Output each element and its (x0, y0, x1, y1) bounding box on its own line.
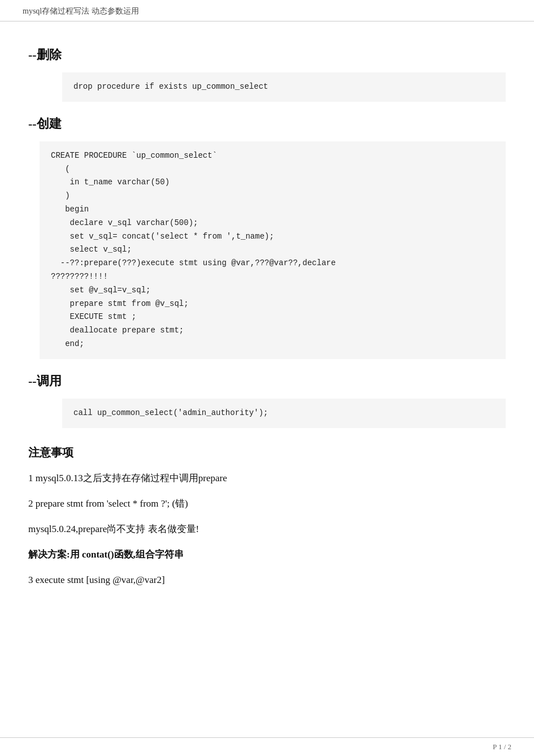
call-code: call up_common_select('admin_authority')… (62, 399, 506, 428)
delete-code: drop procedure if exists up_common_selec… (62, 72, 506, 102)
create-code: CREATE PROCEDURE `up_common_select` ( in… (40, 141, 506, 359)
note-item-3: mysql5.0.24,prepare尚不支持 表名做变量! (28, 521, 506, 537)
note-item-1: 1 mysql5.0.13之后支持在存储过程中调用prepare (28, 470, 506, 486)
header-bar: mysql存储过程写法 动态参数运用 (0, 0, 534, 21)
header-title: mysql存储过程写法 动态参数运用 (23, 7, 139, 15)
page-container: mysql存储过程写法 动态参数运用 --删除 drop procedure i… (0, 0, 534, 756)
create-heading: --创建 (28, 115, 506, 132)
section-call: --调用 call up_common_select('admin_author… (28, 373, 506, 428)
footer-bar: P 1 / 2 (0, 737, 534, 756)
note-item-5: 3 execute stmt [using @var,@var2] (28, 572, 506, 587)
note-item-4: 解决方案:用 contat()函数,组合字符串 (28, 547, 506, 562)
notes-section: 注意事项 1 mysql5.0.13之后支持在存储过程中调用prepare 2 … (28, 445, 506, 588)
page-number: P 1 / 2 (493, 742, 511, 751)
note-item-2: 2 prepare stmt from 'select * from ?'; (… (28, 496, 506, 511)
notes-heading: 注意事项 (28, 445, 506, 460)
section-create: --创建 CREATE PROCEDURE `up_common_select`… (28, 115, 506, 359)
delete-heading: --删除 (28, 46, 506, 63)
call-heading: --调用 (28, 373, 506, 390)
section-delete: --删除 drop procedure if exists up_common_… (28, 46, 506, 102)
content-area: --删除 drop procedure if exists up_common_… (0, 21, 534, 632)
